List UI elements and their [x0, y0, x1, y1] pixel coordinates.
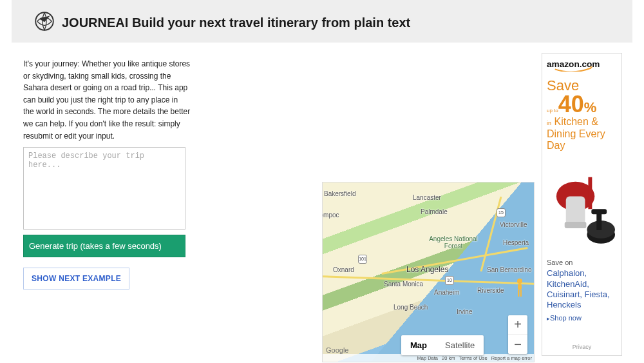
svg-rect-9 [588, 177, 592, 209]
ad-privacy-link[interactable]: Privacy [547, 344, 617, 350]
svg-rect-13 [591, 209, 607, 214]
map-label-victorville: Victorville [500, 221, 527, 228]
route-shield-us101: 101 [358, 255, 367, 264]
svg-rect-12 [596, 212, 601, 230]
map-label-irvine: Irvine [457, 308, 472, 315]
ad-upto: up to [547, 108, 558, 113]
ad-line1: Kitchen & Dining Every Day [547, 116, 605, 151]
left-column: It's your journey: Whether you like anti… [23, 58, 191, 289]
map-label-anaheim: Anaheim [434, 289, 459, 296]
ad-text-block: Save on Calphalon, KitchenAid, Cuisinart… [547, 259, 617, 311]
ad-in: in [547, 120, 551, 126]
svg-rect-2 [518, 284, 522, 290]
map-label-oxnard: Oxnard [333, 266, 354, 273]
show-next-example-button[interactable]: SHOW NEXT EXAMPLE [23, 268, 129, 289]
map-type-switch: Map Satellite [401, 335, 484, 355]
logo-icon [35, 12, 54, 34]
map-label-riverside: Riverside [477, 287, 504, 294]
generate-trip-button[interactable]: Generate trip (takes a few seconds) [23, 235, 185, 257]
ad-brands: Calphalon, KitchenAid, Cuisinart, Fiesta… [547, 268, 610, 309]
zoom-in-button[interactable]: + [508, 315, 527, 335]
ad-percent-suffix: % [584, 99, 597, 115]
route-shield-i10: 10 [445, 276, 454, 285]
map-label-san-bernardino: San Bernardino [487, 266, 532, 273]
zoom-out-button[interactable]: − [508, 335, 527, 354]
map-label-lompoc: Lompoc [322, 211, 339, 219]
trip-description-input[interactable] [23, 147, 185, 230]
map-scale: 20 km [442, 355, 455, 361]
svg-point-1 [517, 279, 522, 284]
svg-rect-7 [566, 196, 585, 225]
map-label-bakersfield: Bakersfield [324, 190, 355, 197]
terms-link[interactable]: Terms of Use [459, 355, 487, 361]
map-label-long-beach: Long Beach [393, 304, 428, 311]
map-label-santa-monica: Santa Monica [384, 280, 423, 288]
map-label-palmdale: Palmdale [421, 208, 448, 215]
page-title: JOURNEAI Build your next travel itinerar… [62, 15, 410, 30]
svg-rect-8 [565, 222, 587, 228]
map-label-anf: Angeles National Forest [428, 235, 479, 250]
pegman-icon[interactable] [512, 278, 527, 297]
ad-image [547, 156, 617, 256]
route-shield-i15: 15 [497, 208, 506, 217]
map-label-lancaster: Lancaster [413, 194, 441, 201]
map-data-link[interactable]: Map Data [417, 355, 438, 361]
ad-shop-now-link[interactable]: Shop now [547, 314, 617, 322]
ad-logo: amazon.com [547, 59, 617, 74]
zoom-controls: + − [508, 315, 527, 354]
map-type-map[interactable]: Map [401, 335, 436, 355]
ad-percent: 40 [558, 91, 584, 117]
header: JOURNEAI Build your next travel itinerar… [12, 0, 632, 43]
svg-rect-3 [518, 290, 519, 297]
advertisement[interactable]: amazon.com Save up to40% in Kitchen & Di… [542, 53, 622, 356]
svg-rect-4 [520, 290, 522, 297]
map-label-hesperia: Hesperia [503, 239, 529, 246]
intro-text: It's your journey: Whether you like anti… [23, 58, 191, 142]
report-error-link[interactable]: Report a map error [491, 355, 532, 361]
map-label-los-angeles: Los Angeles [406, 265, 448, 274]
map-type-satellite[interactable]: Satellite [436, 335, 484, 355]
google-logo: Google [326, 346, 348, 354]
ad-lead: Save on [547, 259, 617, 268]
map[interactable]: 15 10 101 Lancaster Palmdale Victorville… [322, 182, 535, 362]
